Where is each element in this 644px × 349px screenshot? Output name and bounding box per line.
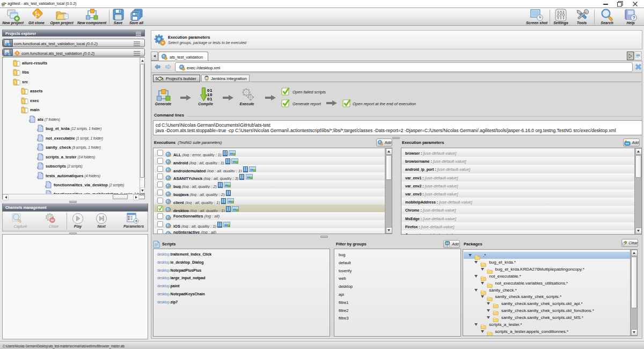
svg-text:01: 01 <box>207 97 213 101</box>
svg-text:?: ? <box>632 15 635 20</box>
